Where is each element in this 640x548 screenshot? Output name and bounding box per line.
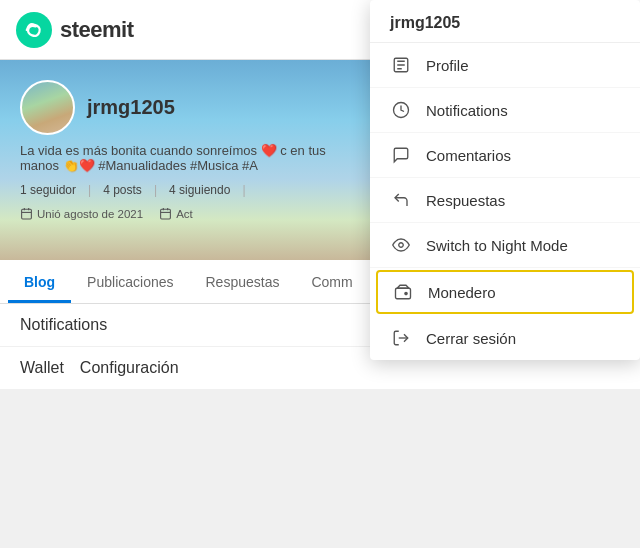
dropdown-item-comentarios[interactable]: Comentarios xyxy=(370,133,640,178)
logo-text: steemit xyxy=(60,17,134,43)
svg-point-17 xyxy=(405,292,407,294)
steemit-logo-icon xyxy=(16,12,52,48)
tab-publicaciones[interactable]: Publicaciones xyxy=(71,264,189,303)
comentarios-icon xyxy=(390,144,412,166)
svg-rect-10 xyxy=(161,209,171,219)
dropdown-monedero-label: Monedero xyxy=(428,284,496,301)
dropdown-item-monedero[interactable]: Monedero xyxy=(376,270,634,314)
hero-user-row: jrmg1205 xyxy=(20,80,175,135)
dropdown-respuestas-label: Respuestas xyxy=(426,192,505,209)
dropdown-item-night-mode[interactable]: Switch to Night Mode xyxy=(370,223,640,268)
posts-stat: 4 posts xyxy=(103,183,142,197)
dropdown-item-respuestas[interactable]: Respuestas xyxy=(370,178,640,223)
tab-blog[interactable]: Blog xyxy=(8,264,71,303)
dropdown-menu: jrmg1205 Profile Notifications Comentari… xyxy=(370,0,640,360)
night-mode-icon xyxy=(390,234,412,256)
followers-stat: 1 seguidor xyxy=(20,183,76,197)
tab-respuestas[interactable]: Respuestas xyxy=(190,264,296,303)
calendar-icon xyxy=(20,207,33,220)
calendar2-icon xyxy=(159,207,172,220)
dropdown-night-mode-label: Switch to Night Mode xyxy=(426,237,568,254)
hero-avatar xyxy=(20,80,75,135)
hero-username: jrmg1205 xyxy=(87,96,175,119)
logo-area: steemit xyxy=(16,12,134,48)
join-date: Unió agosto de 2021 xyxy=(20,207,143,220)
cerrar-sesion-icon xyxy=(390,327,412,349)
hero-bio: La vida es más bonita cuando sonreímos ❤… xyxy=(20,143,340,173)
dropdown-item-cerrar-sesion[interactable]: Cerrar sesión xyxy=(370,316,640,360)
dropdown-cerrar-sesion-label: Cerrar sesión xyxy=(426,330,516,347)
dropdown-profile-label: Profile xyxy=(426,57,469,74)
svg-point-0 xyxy=(16,12,52,48)
following-stat: 4 siguiendo xyxy=(169,183,230,197)
dropdown-username: jrmg1205 xyxy=(370,0,640,43)
dropdown-comentarios-label: Comentarios xyxy=(426,147,511,164)
tab-comm[interactable]: Comm xyxy=(295,264,368,303)
svg-point-16 xyxy=(399,243,404,248)
dropdown-item-notifications[interactable]: Notifications xyxy=(370,88,640,133)
respuestas-icon xyxy=(390,189,412,211)
profile-icon xyxy=(390,54,412,76)
monedero-icon xyxy=(392,281,414,303)
dropdown-notifications-label: Notifications xyxy=(426,102,508,119)
hero-stats: 1 seguidor | 4 posts | 4 siguiendo | xyxy=(20,183,246,197)
dot-sep-1: | xyxy=(88,183,91,197)
sidebar-wallet-label[interactable]: Wallet xyxy=(20,359,64,377)
notifications-icon xyxy=(390,99,412,121)
dropdown-item-profile[interactable]: Profile xyxy=(370,43,640,88)
svg-rect-6 xyxy=(22,209,32,219)
sidebar-config-label[interactable]: Configuración xyxy=(80,359,179,377)
act-date: Act xyxy=(159,207,193,220)
hero-meta: Unió agosto de 2021 Act xyxy=(20,207,193,220)
dot-sep-3: | xyxy=(242,183,245,197)
dot-sep-2: | xyxy=(154,183,157,197)
